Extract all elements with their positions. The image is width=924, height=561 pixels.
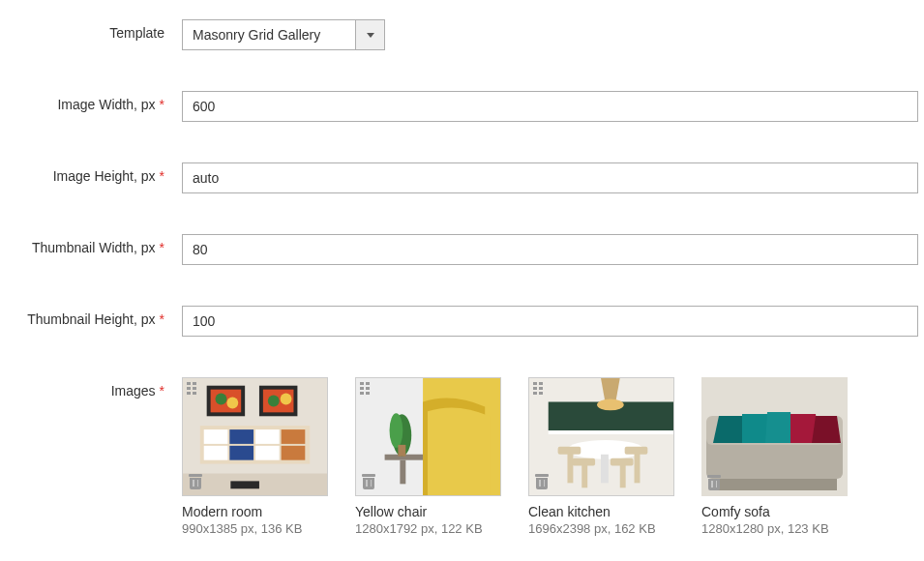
svg-point-30 bbox=[597, 399, 624, 411]
svg-point-7 bbox=[268, 396, 280, 407]
image-meta: 1280x1792 px, 122 KB bbox=[355, 521, 501, 536]
svg-rect-14 bbox=[204, 446, 228, 460]
image-title: Modern room bbox=[182, 504, 328, 519]
svg-rect-37 bbox=[581, 464, 587, 488]
required-marker: * bbox=[160, 240, 164, 255]
svg-rect-36 bbox=[625, 447, 648, 455]
image-card[interactable]: Modern room 990x1385 px, 136 KB bbox=[182, 377, 328, 536]
svg-rect-10 bbox=[204, 429, 228, 444]
template-label: Template bbox=[109, 25, 164, 41]
drag-handle-icon[interactable] bbox=[187, 382, 198, 396]
image-width-label: Image Width, px bbox=[57, 97, 155, 112]
image-title: Clean kitchen bbox=[528, 504, 674, 519]
svg-rect-40 bbox=[611, 458, 634, 466]
image-thumbnail[interactable] bbox=[528, 377, 674, 496]
image-height-label: Image Height, px bbox=[53, 168, 156, 184]
svg-point-4 bbox=[226, 398, 238, 409]
svg-rect-35 bbox=[635, 453, 641, 484]
thumb-height-label: Thumbnail Height, px bbox=[27, 311, 155, 327]
svg-rect-19 bbox=[230, 481, 259, 488]
trash-icon[interactable] bbox=[362, 474, 375, 489]
svg-point-25 bbox=[390, 413, 403, 448]
template-select-toggle[interactable] bbox=[355, 20, 384, 49]
image-card[interactable]: Clean kitchen 1696x2398 px, 162 KB bbox=[528, 377, 674, 536]
svg-rect-38 bbox=[572, 458, 595, 466]
image-thumbnail[interactable] bbox=[701, 377, 848, 496]
required-marker: * bbox=[160, 383, 164, 399]
svg-rect-34 bbox=[558, 447, 581, 455]
svg-rect-16 bbox=[255, 446, 280, 460]
svg-point-8 bbox=[281, 394, 292, 405]
image-title: Comfy sofa bbox=[701, 504, 848, 519]
trash-icon[interactable] bbox=[189, 474, 202, 489]
required-marker: * bbox=[160, 168, 164, 184]
svg-rect-44 bbox=[711, 479, 837, 490]
thumb-width-input[interactable] bbox=[182, 234, 918, 265]
image-height-input[interactable] bbox=[182, 162, 918, 193]
svg-rect-32 bbox=[601, 455, 609, 484]
image-card[interactable]: Comfy sofa 1280x1280 px, 123 KB bbox=[701, 377, 848, 536]
svg-rect-39 bbox=[620, 464, 626, 488]
image-width-input[interactable] bbox=[182, 91, 918, 122]
required-marker: * bbox=[160, 97, 164, 112]
image-thumbnail[interactable] bbox=[182, 377, 328, 496]
required-marker: * bbox=[160, 311, 164, 327]
image-card[interactable]: Yellow chair 1280x1792 px, 122 KB bbox=[355, 377, 501, 536]
drag-handle-icon[interactable] bbox=[533, 382, 545, 396]
svg-rect-17 bbox=[282, 446, 306, 460]
image-title: Yellow chair bbox=[355, 504, 501, 519]
trash-icon[interactable] bbox=[707, 475, 721, 490]
svg-rect-15 bbox=[229, 446, 253, 460]
template-select-value: Masonry Grid Gallery bbox=[183, 20, 355, 49]
drag-handle-icon[interactable] bbox=[360, 382, 372, 396]
svg-point-3 bbox=[216, 394, 227, 405]
chevron-down-icon bbox=[367, 33, 374, 38]
image-meta: 1280x1280 px, 123 KB bbox=[701, 521, 848, 536]
thumb-width-label: Thumbnail Width, px bbox=[32, 240, 156, 255]
svg-rect-33 bbox=[567, 453, 573, 484]
thumb-height-input[interactable] bbox=[182, 306, 918, 337]
image-meta: 990x1385 px, 136 KB bbox=[182, 521, 328, 536]
svg-rect-23 bbox=[400, 460, 405, 485]
svg-rect-29 bbox=[549, 430, 673, 434]
images-label: Images bbox=[111, 383, 156, 399]
image-thumbnail[interactable] bbox=[355, 377, 501, 496]
svg-rect-12 bbox=[255, 429, 280, 444]
trash-icon[interactable] bbox=[535, 474, 549, 489]
template-select[interactable]: Masonry Grid Gallery bbox=[182, 19, 385, 50]
svg-rect-11 bbox=[229, 429, 253, 444]
image-meta: 1696x2398 px, 162 KB bbox=[528, 521, 674, 536]
svg-rect-26 bbox=[398, 445, 405, 457]
svg-rect-13 bbox=[282, 429, 306, 444]
